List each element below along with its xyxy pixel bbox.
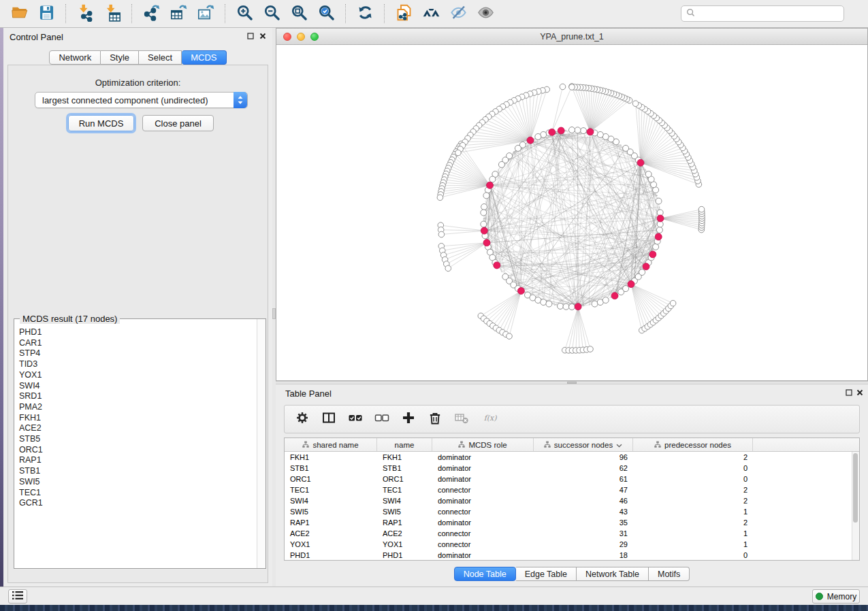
cell-predecessor-nodes[interactable]: 2 [633,452,753,463]
cell-shared-name[interactable]: RAP1 [285,517,377,528]
table-row[interactable]: PHD1PHD1dominator180 [285,550,859,560]
cell-predecessor-nodes[interactable]: 0 [633,550,753,560]
cell-name[interactable]: TEC1 [377,484,432,495]
mcds-result-item[interactable]: PHD1 [19,327,257,338]
tab-edge-table[interactable]: Edge Table [516,567,577,581]
cell-name[interactable]: SWI4 [377,495,432,506]
tab-network-table[interactable]: Network Table [577,567,649,581]
cell-successor-nodes[interactable]: 43 [534,506,633,517]
cell-name[interactable]: YOX1 [377,539,432,550]
cell-predecessor-nodes[interactable]: 2 [633,484,753,495]
cell-successor-nodes[interactable]: 47 [534,484,633,495]
mcds-result-item[interactable]: YOX1 [19,370,257,381]
cell-name[interactable]: SWI5 [377,506,432,517]
mcds-result-item[interactable]: STB1 [19,466,257,477]
table-row[interactable]: SWI5SWI5connector431 [285,506,859,517]
export-table-button[interactable] [165,2,192,25]
mcds-result-item[interactable]: TID3 [19,359,257,370]
close-panel-button[interactable]: Close panel [142,115,214,131]
mcds-result-item[interactable]: SWI5 [19,477,257,488]
search-box[interactable] [681,5,844,22]
cell-shared-name[interactable]: ORC1 [285,474,377,484]
cell-MCDS-role[interactable]: dominator [432,474,534,484]
table-row[interactable]: YOX1YOX1connector291 [285,539,859,550]
cell-shared-name[interactable]: STB1 [285,463,377,474]
deselect-all-button[interactable] [371,408,393,430]
mcds-result-item[interactable]: FKH1 [19,413,257,424]
close-panel-icon[interactable] [259,32,267,40]
gear-button[interactable] [291,408,313,430]
mcds-result-item[interactable]: ORC1 [19,445,257,456]
cell-shared-name[interactable]: PHD1 [285,550,377,560]
cell-MCDS-role[interactable]: dominator [432,495,534,506]
select-all-button[interactable] [344,408,366,430]
cell-predecessor-nodes[interactable]: 0 [633,463,753,474]
mcds-result-item[interactable]: ACE2 [19,423,257,434]
tab-style[interactable]: Style [101,50,139,65]
tab-motifs[interactable]: Motifs [649,567,690,581]
memory-button[interactable]: Memory [812,589,860,604]
cell-successor-nodes[interactable]: 29 [534,539,633,550]
column-header-successor-nodes[interactable]: successor nodes [534,438,633,451]
mcds-result-item[interactable]: GCR1 [19,498,257,509]
mcds-result-item[interactable]: SRD1 [19,391,257,402]
cell-successor-nodes[interactable]: 18 [534,550,633,560]
import-network-button[interactable] [71,2,99,25]
close-panel-icon[interactable] [856,389,864,397]
open-file-button[interactable] [5,2,33,25]
delete-button[interactable] [424,408,446,430]
cell-name[interactable]: RAP1 [377,517,432,528]
network-view-titlebar[interactable]: YPA_prune.txt_1 [276,29,867,45]
search-input[interactable] [698,8,843,19]
cell-predecessor-nodes[interactable]: 1 [633,539,753,550]
cell-MCDS-role[interactable]: dominator [432,463,534,474]
zoom-out-button[interactable] [258,2,285,25]
table-row[interactable]: TEC1TEC1connector472 [285,484,859,495]
zoom-fit-button[interactable] [285,2,312,25]
table-row[interactable]: FKH1FKH1dominator962 [285,452,859,463]
zoom-selected-button[interactable] [312,2,340,25]
cell-successor-nodes[interactable]: 62 [534,463,633,474]
cell-successor-nodes[interactable]: 46 [534,495,633,506]
float-panel-icon[interactable] [845,389,853,397]
cell-name[interactable]: STB1 [377,463,432,474]
column-header-MCDS-role[interactable]: MCDS role [432,438,534,451]
cell-shared-name[interactable]: ACE2 [285,528,377,539]
column-header-predecessor-nodes[interactable]: predecessor nodes [633,438,753,451]
column-header-shared-name[interactable]: shared name [285,438,377,451]
cell-shared-name[interactable]: SWI5 [285,506,377,517]
cell-successor-nodes[interactable]: 35 [534,517,633,528]
cell-MCDS-role[interactable]: connector [432,484,534,495]
mcds-result-item[interactable]: PMA2 [19,402,257,413]
task-history-button[interactable] [8,589,27,604]
column-header-name[interactable]: name [377,438,432,451]
mcds-result-item[interactable]: CAR1 [19,338,257,349]
table-row[interactable]: STB1STB1dominator620 [285,463,859,474]
mcds-result-scrollbar[interactable] [257,319,266,568]
cell-successor-nodes[interactable]: 61 [534,474,633,484]
scrollbar-thumb[interactable] [853,453,858,523]
tab-mcds[interactable]: MCDS [182,50,226,65]
cell-shared-name[interactable]: TEC1 [285,484,377,495]
cell-predecessor-nodes[interactable]: 2 [633,495,753,506]
mcds-result-item[interactable]: STB5 [19,434,257,445]
network-graph-canvas[interactable] [276,45,867,380]
cell-successor-nodes[interactable]: 96 [534,452,633,463]
import-table-button[interactable] [99,2,126,25]
cell-MCDS-role[interactable]: dominator [432,517,534,528]
table-row[interactable]: RAP1RAP1dominator352 [285,517,859,528]
cell-shared-name[interactable]: SWI4 [285,495,377,506]
cell-shared-name[interactable]: FKH1 [285,452,377,463]
add-button[interactable] [398,408,419,430]
mcds-result-item[interactable]: RAP1 [19,455,257,466]
duplicate-network-button[interactable] [390,2,417,25]
cell-name[interactable]: PHD1 [377,550,432,560]
mcds-result-item[interactable]: SWI4 [19,381,257,392]
cell-successor-nodes[interactable]: 31 [534,528,633,539]
cell-name[interactable]: ORC1 [377,474,432,484]
cell-name[interactable]: FKH1 [377,452,432,463]
cell-predecessor-nodes[interactable]: 1 [633,506,753,517]
cell-name[interactable]: ACE2 [377,528,432,539]
table-scrollbar[interactable] [852,452,859,560]
export-network-button[interactable] [138,2,165,25]
